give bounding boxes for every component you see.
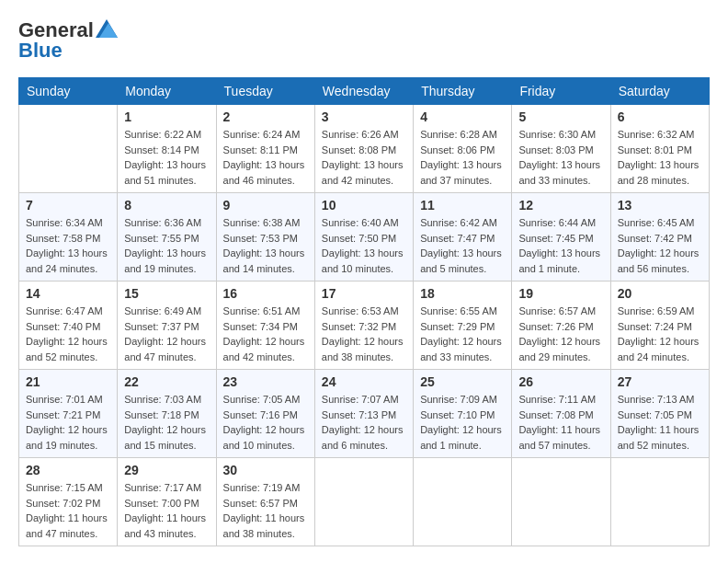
calendar-cell: 3Sunrise: 6:26 AM Sunset: 8:08 PM Daylig… <box>314 105 413 193</box>
day-number: 5 <box>518 109 603 124</box>
day-info: Sunrise: 6:53 AM Sunset: 7:32 PM Dayligh… <box>322 304 406 364</box>
day-number: 18 <box>420 286 505 301</box>
day-info: Sunrise: 6:22 AM Sunset: 8:14 PM Dayligh… <box>124 127 209 188</box>
calendar-day-header: Friday <box>512 78 610 105</box>
calendar-day-header: Wednesday <box>314 78 413 105</box>
calendar-week-row: 28Sunrise: 7:15 AM Sunset: 7:02 PM Dayli… <box>19 458 710 546</box>
logo-blue-text: Blue <box>18 39 63 63</box>
day-number: 14 <box>26 286 110 301</box>
day-info: Sunrise: 7:09 AM Sunset: 7:10 PM Dayligh… <box>420 392 505 453</box>
day-number: 4 <box>420 109 505 124</box>
day-info: Sunrise: 6:36 AM Sunset: 7:55 PM Dayligh… <box>124 215 209 276</box>
calendar-table: SundayMondayTuesdayWednesdayThursdayFrid… <box>18 77 710 546</box>
day-number: 15 <box>124 286 209 301</box>
calendar-cell: 24Sunrise: 7:07 AM Sunset: 7:13 PM Dayli… <box>314 370 413 458</box>
calendar-cell: 22Sunrise: 7:03 AM Sunset: 7:18 PM Dayli… <box>118 370 216 458</box>
calendar-cell: 10Sunrise: 6:40 AM Sunset: 7:50 PM Dayli… <box>314 193 413 282</box>
calendar-week-row: 21Sunrise: 7:01 AM Sunset: 7:21 PM Dayli… <box>19 370 710 458</box>
calendar-cell: 28Sunrise: 7:15 AM Sunset: 7:02 PM Dayli… <box>19 458 118 546</box>
day-info: Sunrise: 6:45 AM Sunset: 7:42 PM Dayligh… <box>618 215 702 276</box>
calendar-cell <box>314 458 413 546</box>
day-info: Sunrise: 6:55 AM Sunset: 7:29 PM Dayligh… <box>420 304 505 364</box>
day-info: Sunrise: 7:13 AM Sunset: 7:05 PM Dayligh… <box>618 392 702 453</box>
day-info: Sunrise: 7:11 AM Sunset: 7:08 PM Dayligh… <box>518 392 603 453</box>
day-info: Sunrise: 6:47 AM Sunset: 7:40 PM Dayligh… <box>26 304 110 364</box>
calendar-cell: 8Sunrise: 6:36 AM Sunset: 7:55 PM Daylig… <box>118 193 216 282</box>
calendar-cell: 26Sunrise: 7:11 AM Sunset: 7:08 PM Dayli… <box>512 370 610 458</box>
day-info: Sunrise: 7:07 AM Sunset: 7:13 PM Dayligh… <box>322 392 406 453</box>
calendar-cell: 25Sunrise: 7:09 AM Sunset: 7:10 PM Dayli… <box>414 370 512 458</box>
day-info: Sunrise: 6:44 AM Sunset: 7:45 PM Dayligh… <box>518 215 603 276</box>
calendar-cell <box>610 458 709 546</box>
day-number: 1 <box>124 109 209 124</box>
calendar-cell: 1Sunrise: 6:22 AM Sunset: 8:14 PM Daylig… <box>118 105 216 193</box>
day-number: 26 <box>518 374 603 389</box>
day-number: 7 <box>26 198 110 213</box>
day-number: 24 <box>322 374 406 389</box>
calendar-header-row: SundayMondayTuesdayWednesdayThursdayFrid… <box>19 78 710 105</box>
calendar-week-row: 1Sunrise: 6:22 AM Sunset: 8:14 PM Daylig… <box>19 105 710 193</box>
calendar-cell <box>414 458 512 546</box>
calendar-cell: 11Sunrise: 6:42 AM Sunset: 7:47 PM Dayli… <box>414 193 512 282</box>
calendar-cell: 20Sunrise: 6:59 AM Sunset: 7:24 PM Dayli… <box>610 282 709 370</box>
day-number: 2 <box>223 109 308 124</box>
day-number: 30 <box>223 463 308 477</box>
day-info: Sunrise: 6:51 AM Sunset: 7:34 PM Dayligh… <box>223 304 308 364</box>
calendar-cell: 18Sunrise: 6:55 AM Sunset: 7:29 PM Dayli… <box>414 282 512 370</box>
calendar-cell: 12Sunrise: 6:44 AM Sunset: 7:45 PM Dayli… <box>512 193 610 282</box>
logo: General Blue <box>18 18 118 63</box>
calendar-week-row: 7Sunrise: 6:34 AM Sunset: 7:58 PM Daylig… <box>19 193 710 282</box>
calendar-cell: 9Sunrise: 6:38 AM Sunset: 7:53 PM Daylig… <box>216 193 314 282</box>
day-number: 6 <box>618 109 702 124</box>
day-info: Sunrise: 6:49 AM Sunset: 7:37 PM Dayligh… <box>124 304 209 364</box>
calendar-cell: 2Sunrise: 6:24 AM Sunset: 8:11 PM Daylig… <box>216 105 314 193</box>
calendar-cell: 15Sunrise: 6:49 AM Sunset: 7:37 PM Dayli… <box>118 282 216 370</box>
calendar-day-header: Monday <box>118 78 216 105</box>
day-number: 19 <box>518 286 603 301</box>
day-info: Sunrise: 6:26 AM Sunset: 8:08 PM Dayligh… <box>322 127 406 188</box>
day-number: 28 <box>26 463 110 477</box>
day-info: Sunrise: 7:03 AM Sunset: 7:18 PM Dayligh… <box>124 392 209 453</box>
calendar-cell: 4Sunrise: 6:28 AM Sunset: 8:06 PM Daylig… <box>414 105 512 193</box>
day-number: 20 <box>618 286 702 301</box>
day-info: Sunrise: 6:38 AM Sunset: 7:53 PM Dayligh… <box>223 215 308 276</box>
day-number: 27 <box>618 374 702 389</box>
calendar-cell: 13Sunrise: 6:45 AM Sunset: 7:42 PM Dayli… <box>610 193 709 282</box>
calendar-cell: 14Sunrise: 6:47 AM Sunset: 7:40 PM Dayli… <box>19 282 118 370</box>
day-number: 23 <box>223 374 308 389</box>
day-info: Sunrise: 6:42 AM Sunset: 7:47 PM Dayligh… <box>420 215 505 276</box>
calendar-cell: 21Sunrise: 7:01 AM Sunset: 7:21 PM Dayli… <box>19 370 118 458</box>
day-info: Sunrise: 7:15 AM Sunset: 7:02 PM Dayligh… <box>26 480 110 541</box>
day-number: 25 <box>420 374 505 389</box>
day-number: 8 <box>124 198 209 213</box>
calendar-day-header: Sunday <box>19 78 118 105</box>
day-info: Sunrise: 6:32 AM Sunset: 8:01 PM Dayligh… <box>618 127 702 188</box>
day-info: Sunrise: 6:59 AM Sunset: 7:24 PM Dayligh… <box>618 304 702 364</box>
calendar-cell: 19Sunrise: 6:57 AM Sunset: 7:26 PM Dayli… <box>512 282 610 370</box>
day-info: Sunrise: 6:40 AM Sunset: 7:50 PM Dayligh… <box>322 215 406 276</box>
day-info: Sunrise: 6:24 AM Sunset: 8:11 PM Dayligh… <box>223 127 308 188</box>
day-info: Sunrise: 6:34 AM Sunset: 7:58 PM Dayligh… <box>26 215 110 276</box>
page-header: General Blue <box>18 18 710 63</box>
calendar-cell: 7Sunrise: 6:34 AM Sunset: 7:58 PM Daylig… <box>19 193 118 282</box>
calendar-cell: 23Sunrise: 7:05 AM Sunset: 7:16 PM Dayli… <box>216 370 314 458</box>
day-number: 3 <box>322 109 406 124</box>
calendar-day-header: Thursday <box>414 78 512 105</box>
logo-icon <box>96 19 118 38</box>
calendar-cell: 16Sunrise: 6:51 AM Sunset: 7:34 PM Dayli… <box>216 282 314 370</box>
calendar-day-header: Tuesday <box>216 78 314 105</box>
calendar-cell: 30Sunrise: 7:19 AM Sunset: 6:57 PM Dayli… <box>216 458 314 546</box>
day-info: Sunrise: 6:28 AM Sunset: 8:06 PM Dayligh… <box>420 127 505 188</box>
calendar-week-row: 14Sunrise: 6:47 AM Sunset: 7:40 PM Dayli… <box>19 282 710 370</box>
day-number: 11 <box>420 198 505 213</box>
day-info: Sunrise: 7:05 AM Sunset: 7:16 PM Dayligh… <box>223 392 308 453</box>
day-info: Sunrise: 6:30 AM Sunset: 8:03 PM Dayligh… <box>518 127 603 188</box>
calendar-cell: 6Sunrise: 6:32 AM Sunset: 8:01 PM Daylig… <box>610 105 709 193</box>
calendar-cell: 27Sunrise: 7:13 AM Sunset: 7:05 PM Dayli… <box>610 370 709 458</box>
day-number: 10 <box>322 198 406 213</box>
day-number: 9 <box>223 198 308 213</box>
day-number: 16 <box>223 286 308 301</box>
day-info: Sunrise: 7:01 AM Sunset: 7:21 PM Dayligh… <box>26 392 110 453</box>
day-number: 12 <box>518 198 603 213</box>
day-number: 17 <box>322 286 406 301</box>
